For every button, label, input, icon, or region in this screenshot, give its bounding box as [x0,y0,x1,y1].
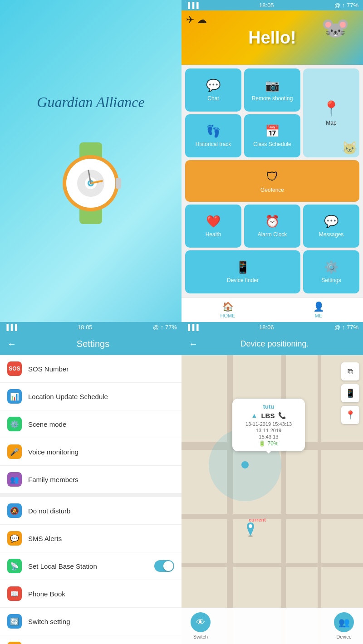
messages-icon: 💬 [324,215,338,229]
sos-icon: SOS [7,361,22,376]
settings-item-sms-alerts[interactable]: 💬 SMS Alerts [0,525,182,552]
svg-rect-10 [116,178,121,189]
settings-icon: ⚙️ [324,260,338,274]
device-button-icon: 👥 [334,612,354,632]
home-panel: ▐▐▐ 18:05 @ ↑ 77% ✈ ☁ Hello! 🐭 💬 Chat 📷 … [182,0,363,322]
settings-time: 18:05 [78,324,93,331]
do-not-disturb-icon: 🔕 [7,503,22,518]
settings-back-button[interactable]: ← [7,339,16,349]
splash-panel: Guardian Alliance [0,0,182,322]
home-nav-icon: 🏠 [222,301,234,312]
map-road-h3 [182,563,363,567]
device-button-label: Device [336,634,352,639]
current-pin [245,522,256,539]
layers-icon: ⧉ [348,367,353,376]
home-battery: @ ↑ 77% [334,2,358,9]
tile-remote-shooting[interactable]: 📷 Remote shooting [244,68,300,112]
phone-button[interactable]: 📱 [341,384,359,402]
signal-icon: ▐▐▐ [186,2,199,9]
settings-divider [0,493,182,497]
location-info-bubble: tutu ▲ LBS 📞 13-11-2019 15:43:13 13-11-2… [232,399,305,451]
location-pin-button[interactable]: 📍 [341,406,359,424]
phone-book-icon: 📖 [7,586,22,601]
positioning-signal: ▐▐▐ [186,324,199,331]
remote-shooting-label: Remote shooting [252,95,293,102]
device-name: tutu [239,403,299,410]
tile-settings[interactable]: ⚙️ Settings [303,250,359,293]
nav-home[interactable]: 🏠 HOME [221,301,235,318]
battery-icon: 🔋 [259,440,265,447]
tile-map[interactable]: 📍 Map 🐱 [303,68,359,157]
tile-messages[interactable]: 💬 Messages [303,205,359,248]
cat-decoration: 🐱 [342,141,358,156]
lbs-row: ▲ LBS 📞 [239,412,299,420]
watch-illustration [45,138,136,229]
lbs-arrow-icon: ▲ [251,412,258,419]
settings-item-switch-setting[interactable]: 🔄 Switch setting [0,608,182,635]
health-icon: ❤️ [206,215,221,229]
bubble-date1: 13-11-2019 15:43:13 [239,421,299,427]
switch-bottom-button[interactable]: 👁 Switch [191,612,211,639]
family-members-label: Family members [28,476,174,483]
tile-class-schedule[interactable]: 📅 Class Schedule [244,114,300,157]
tile-geofence[interactable]: 🛡 Geofence [185,160,359,202]
mascot-icon: 🐭 [321,15,349,41]
settings-battery: @ ↑ 77% [153,324,177,331]
family-members-icon: 👥 [7,472,22,487]
bubble-time2: 15:43:13 [239,434,299,439]
device-bottom-button[interactable]: 👥 Device [334,612,354,639]
settings-item-scene-mode[interactable]: ⚙️ Scene mode [0,410,182,438]
tile-device-finder[interactable]: 📱 Device finder [185,250,300,293]
home-grid: 💬 Chat 📷 Remote shooting 📍 Map 🐱 👣 Histo… [182,65,363,297]
switch-setting-icon: 🔄 [7,614,22,629]
hero-text: Hello! [248,28,296,48]
location-update-icon: 📊 [7,389,22,404]
settings-item-do-not-disturb[interactable]: 🔕 Do not disturb [0,497,182,525]
cloud-decoration: ✈ ☁ [186,14,207,26]
settings-item-location-update[interactable]: 📊 Location Update Schedule [0,383,182,410]
current-location-label: current [249,517,266,522]
settings-item-sos-number[interactable]: SOS SOS Number [0,355,182,383]
me-nav-icon: 👤 [313,301,324,312]
settings-group-1: SOS SOS Number 📊 Location Update Schedul… [0,355,182,493]
tile-chat[interactable]: 💬 Chat [185,68,241,112]
settings-item-phone-book[interactable]: 📖 Phone Book [0,580,182,608]
do-not-disturb-label: Do not disturb [28,507,174,515]
settings-title: Settings [25,339,161,349]
scene-mode-label: Scene mode [28,420,174,428]
class-schedule-icon: 📅 [265,124,280,138]
settings-item-timer-switch[interactable]: ⏱ Timer switch [0,635,182,644]
home-time: 18:05 [259,2,274,9]
tile-historical-track[interactable]: 👣 Historical track [185,114,241,157]
home-status-left: ▐▐▐ [186,2,199,9]
home-status-bar: ▐▐▐ 18:05 @ ↑ 77% [182,0,363,10]
scene-mode-icon: ⚙️ [7,417,22,431]
location-pin-icon: 📍 [345,410,355,420]
set-local-base-label: Set Local Base Station [28,562,154,570]
tile-alarm-clock[interactable]: ⏰ Alarm Clock [244,205,300,248]
layers-button[interactable]: ⧉ [341,362,359,381]
settings-item-set-local-base[interactable]: 📡 Set Local Base Station [0,552,182,580]
nav-me[interactable]: 👤 ME [313,301,324,318]
positioning-back-button[interactable]: ← [189,339,198,349]
settings-header: ← Settings [0,332,182,355]
switch-setting-label: Switch setting [28,618,174,625]
settings-item-family-members[interactable]: 👥 Family members [0,466,182,493]
settings-signal: ▐▐▐ [5,324,17,331]
local-base-toggle[interactable] [154,560,174,572]
voice-monitoring-icon: 🎤 [7,444,22,459]
voice-monitoring-label: Voice monitoring [28,448,174,456]
positioning-battery: @ ↑ 77% [334,324,358,331]
battery-value: 70% [267,440,278,447]
map-bottom-bar: 👁 Switch 👥 Device [182,608,363,644]
settings-item-voice-monitoring[interactable]: 🎤 Voice monitoring [0,438,182,466]
settings-status-bar: ▐▐▐ 18:05 @ ↑ 77% [0,322,182,332]
hero-banner: ✈ ☁ Hello! 🐭 [182,10,363,65]
geofence-icon: 🛡 [266,169,279,184]
settings-label: Settings [321,277,341,283]
sms-alerts-label: SMS Alerts [28,535,174,542]
chat-icon: 💬 [206,78,221,93]
set-local-base-icon: 📡 [7,559,22,573]
phone-icon: 📞 [278,412,286,419]
tile-health[interactable]: ❤️ Health [185,205,241,248]
